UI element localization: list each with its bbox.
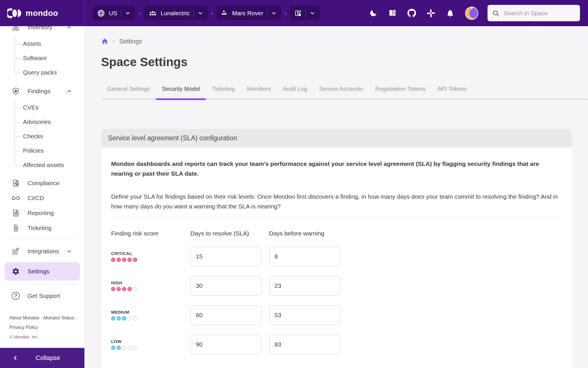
chevron-up-icon[interactable]: [66, 88, 72, 94]
sidebar-item-reporting[interactable]: Reporting: [0, 206, 84, 221]
ticketing-paperclip-icon: [11, 224, 20, 232]
critical-days-before-warning-input[interactable]: [269, 247, 340, 266]
severity-dots: [111, 287, 190, 291]
sidebar-divider: [7, 284, 78, 284]
breadcrumb-current: Settings: [119, 38, 142, 45]
tab-api-tokens[interactable]: API Tokens: [432, 83, 473, 100]
user-avatar[interactable]: [465, 7, 478, 20]
avatar-graphic: [469, 8, 478, 18]
severity-dot: [117, 287, 121, 291]
high-days-to-resolve-input[interactable]: [190, 276, 262, 296]
region-selector[interactable]: US: [92, 6, 135, 20]
high-days-before-warning-input[interactable]: [269, 276, 340, 296]
sidebar-item-label: Ticketing: [28, 225, 84, 231]
findings-shield-bug-icon: [11, 87, 20, 95]
severity-label: LOW: [111, 339, 190, 344]
low-days-to-resolve-input[interactable]: [190, 335, 262, 354]
sidebar-item-checks[interactable]: Checks: [0, 129, 84, 143]
footer-links-line1[interactable]: About Mondoo · Mondoo Status ·: [9, 313, 77, 323]
chevron-down-icon[interactable]: [125, 10, 131, 16]
tab-registration-tokens[interactable]: Registration Tokens: [369, 83, 432, 100]
breadcrumb: › Settings: [101, 37, 588, 45]
critical-days-to-resolve-input[interactable]: [190, 247, 262, 266]
search-input[interactable]: [504, 10, 575, 17]
tab-security-model[interactable]: Security Model: [156, 83, 206, 100]
severity-cell: MEDIUM: [111, 310, 190, 321]
chevron-down-icon[interactable]: [310, 10, 315, 16]
tab-ticketing[interactable]: Ticketing: [206, 83, 241, 100]
chevron-down-icon[interactable]: [198, 10, 203, 16]
medium-days-to-resolve-input[interactable]: [190, 305, 262, 325]
sidebar-item-label: Inventory: [28, 26, 66, 31]
home-icon[interactable]: [101, 38, 109, 45]
notifications-bell-icon[interactable]: [446, 9, 454, 18]
space-search[interactable]: [488, 5, 580, 21]
severity-dot: [122, 258, 126, 262]
sidebar-item-label: Compliance: [28, 180, 84, 187]
sidebar-item-compliance[interactable]: Compliance: [0, 176, 84, 191]
sidebar-item-software[interactable]: Software: [0, 51, 84, 65]
mondoo-logo-icon: [7, 8, 22, 18]
chevron-down-icon[interactable]: [271, 10, 277, 16]
severity-dots: [111, 346, 190, 350]
sidebar-item-settings[interactable]: Settings: [5, 262, 80, 281]
region-label: US: [109, 10, 117, 17]
card-title: Service level agreement (SLA) configurat…: [108, 134, 237, 142]
collapse-sidebar-button[interactable]: Collapse: [0, 348, 84, 368]
organization-label: Lunalectric: [161, 10, 190, 17]
organization-selector[interactable]: Lunalectric: [144, 6, 208, 20]
sidebar-item-advisories[interactable]: Advisories: [0, 115, 84, 129]
severity-cell: HIGH: [111, 280, 190, 291]
severity-dot: [111, 316, 115, 321]
settings-tabs: General Settings Security Model Ticketin…: [101, 83, 588, 100]
sidebar-item-integrations[interactable]: Integrations: [0, 242, 84, 260]
github-icon[interactable]: [407, 9, 416, 18]
docs-book-icon[interactable]: [388, 9, 397, 18]
topbar-actions: [369, 7, 478, 20]
sidebar-item-affected-assets[interactable]: Affected assets: [0, 158, 84, 172]
sidebar-item-assets[interactable]: Assets: [0, 37, 84, 51]
severity-dot: [117, 316, 121, 321]
tab-service-accounts[interactable]: Service Accounts: [313, 83, 369, 100]
sidebar-divider: [7, 239, 78, 240]
tab-general-settings[interactable]: General Settings: [101, 83, 156, 100]
chevron-down-icon[interactable]: [66, 248, 72, 254]
brand-wordmark: mondoo: [26, 9, 58, 18]
tab-members[interactable]: Members: [241, 83, 277, 100]
logo-section[interactable]: mondoo: [0, 0, 85, 26]
severity-dot: [111, 258, 115, 262]
low-days-before-warning-input[interactable]: [269, 335, 340, 354]
severity-dot: [133, 287, 137, 291]
collapse-label: Collapse: [36, 354, 60, 362]
dark-mode-icon[interactable]: [369, 9, 378, 18]
sidebar-item-inventory[interactable]: Inventory: [0, 26, 84, 37]
inventory-subtree: Assets Software Query packs: [0, 37, 84, 80]
sidebar-item-cicd[interactable]: CI/CD: [0, 191, 84, 206]
tab-audit-log[interactable]: Audit Log: [277, 83, 313, 100]
sidebar-item-get-support[interactable]: ? Get Support: [0, 288, 84, 303]
severity-dot: [111, 287, 115, 291]
footer-privacy-link[interactable]: Privacy Policy: [9, 323, 77, 332]
page-title: Space Settings: [101, 55, 588, 69]
sidebar-item-label: Get Support: [28, 292, 84, 299]
space-selector[interactable]: Mars Rover: [216, 6, 281, 20]
views-grid-icon: [294, 9, 302, 17]
slack-icon[interactable]: [427, 9, 435, 18]
breadcrumb-separator: ›: [285, 9, 287, 17]
sidebar-item-ticketing[interactable]: Ticketing: [0, 221, 84, 235]
sla-row-high: HIGH: [111, 276, 562, 296]
view-selector[interactable]: [290, 6, 320, 20]
medium-days-before-warning-input[interactable]: [269, 305, 340, 325]
sidebar-item-cves[interactable]: CVEs: [0, 100, 84, 115]
space-label: Mars Rover: [232, 10, 263, 17]
sidebar-item-findings[interactable]: Findings: [0, 82, 84, 100]
severity-dot: [133, 258, 137, 262]
chevron-up-icon[interactable]: [66, 26, 72, 30]
severity-dot: [122, 346, 126, 350]
sidebar-item-query-packs[interactable]: Query packs: [0, 65, 84, 80]
severity-dots: [111, 258, 190, 262]
sidebar-item-policies[interactable]: Policies: [0, 143, 84, 158]
integrations-icon: [11, 247, 20, 256]
severity-dot: [133, 316, 137, 321]
context-breadcrumbs: US › Lunalectric ›: [85, 6, 320, 20]
